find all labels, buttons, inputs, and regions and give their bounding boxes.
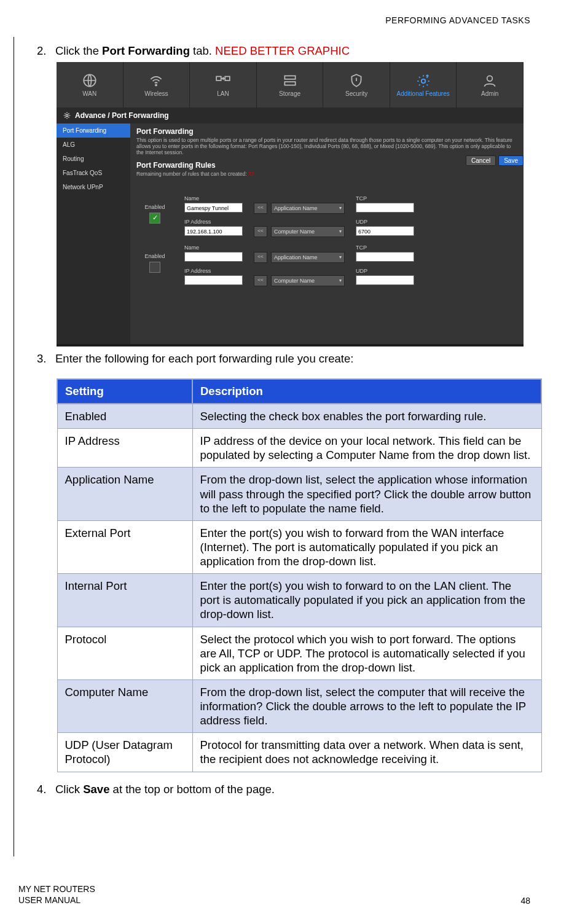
sidebar-item-routing[interactable]: Routing: [57, 152, 130, 166]
tcp-label: TCP: [356, 195, 414, 202]
sidebar-item-qos[interactable]: FasTrack QoS: [57, 166, 130, 180]
step-2: 2. Click the Port Forwarding tab. NEED B…: [37, 44, 530, 58]
gear-plus-icon: [415, 72, 431, 88]
panel-description: This option is used to open multiple por…: [136, 137, 517, 156]
name-label: Name: [184, 195, 243, 202]
udp-input[interactable]: 6700: [356, 226, 414, 236]
step-text: Click the Port Forwarding tab. NEED BETT…: [55, 44, 530, 58]
svg-point-7: [487, 76, 493, 81]
application-name-dropdown[interactable]: Application Name: [271, 203, 345, 214]
wifi-icon: [148, 72, 164, 88]
tab-label: Admin: [481, 90, 498, 97]
dd-label: Application Name: [274, 205, 318, 211]
apply-app-arrow-button[interactable]: <<: [254, 203, 267, 214]
globe-icon: [82, 72, 98, 88]
tab-wan[interactable]: WAN: [57, 62, 124, 108]
th-setting: Setting: [57, 379, 192, 404]
breadcrumb: Advance / Port Forwarding: [57, 108, 524, 123]
enabled-checkbox[interactable]: [149, 213, 160, 224]
step-text: Enter the following for each port forwar…: [55, 351, 530, 366]
gear-icon: [63, 111, 71, 120]
cell-desc: Selecting the check box enables the port…: [192, 404, 541, 429]
cell-desc: IP address of the device on your local n…: [192, 429, 541, 468]
computer-name-dropdown[interactable]: Computer Name: [271, 275, 345, 286]
cell-desc: Enter the port(s) you wish to forward fr…: [192, 520, 541, 573]
table-row: Internal PortEnter the port(s) you wish …: [57, 574, 541, 627]
tab-label: LAN: [217, 90, 229, 97]
apply-computer-arrow-button[interactable]: <<: [254, 226, 267, 237]
cell-desc: From the drop-down list, select the appl…: [192, 468, 541, 520]
enabled-label: Enabled: [144, 204, 165, 210]
tcp-input[interactable]: [356, 203, 414, 213]
save-button[interactable]: Save: [498, 155, 524, 166]
ip-input[interactable]: [184, 275, 243, 285]
cell-setting: Application Name: [57, 468, 192, 520]
th-description: Description: [192, 379, 541, 404]
apply-app-arrow-button[interactable]: <<: [254, 252, 267, 263]
tab-label: Wireless: [144, 90, 168, 97]
svg-rect-4: [284, 76, 295, 79]
cell-setting: Computer Name: [57, 679, 192, 732]
tcp-input[interactable]: [356, 252, 414, 262]
svg-point-8: [66, 114, 68, 117]
cell-setting: Protocol: [57, 627, 192, 679]
table-row: External PortEnter the port(s) you wish …: [57, 520, 541, 573]
table-row: UDP (User Datagram Protocol)Protocol for…: [57, 733, 541, 772]
ss-main-panel: Port Forwarding This option is used to o…: [130, 123, 524, 344]
tab-lan[interactable]: LAN: [190, 62, 257, 108]
text: tab.: [190, 44, 215, 57]
tab-label: WAN: [82, 90, 96, 97]
table-row: EnabledSelecting the check box enables t…: [57, 404, 541, 429]
name-label: Name: [184, 245, 243, 251]
tab-admin[interactable]: Admin: [457, 62, 524, 108]
svg-rect-3: [225, 77, 230, 81]
dd-label: Computer Name: [274, 278, 315, 284]
header-section-title: PERFORMING ADVANCED TASKS: [18, 15, 530, 25]
udp-label: UDP: [356, 219, 414, 225]
ss-sidebar: Port Forwarding ALG Routing FasTrack QoS…: [57, 123, 130, 344]
remaining-rules: Remaining number of rules that can be cr…: [136, 171, 517, 177]
name-input[interactable]: Gamespy Tunnel: [184, 203, 243, 213]
svg-rect-5: [284, 82, 295, 85]
router-tabs: WAN Wireless LAN Storage Security Additi…: [57, 62, 524, 108]
lan-icon: [215, 72, 231, 88]
sidebar-item-upnp[interactable]: Network UPnP: [57, 180, 130, 194]
panel-title: Port Forwarding: [136, 127, 517, 136]
cancel-button[interactable]: Cancel: [466, 155, 496, 166]
remaining-count: 32: [248, 171, 254, 177]
application-name-dropdown[interactable]: Application Name: [271, 252, 345, 263]
tab-label: Security: [345, 90, 367, 97]
rule-row-2: Enabled Name IP Address << Application: [136, 245, 517, 286]
router-ui-screenshot: WAN Wireless LAN Storage Security Additi…: [57, 62, 524, 346]
sidebar-item-port-forwarding[interactable]: Port Forwarding: [57, 123, 130, 138]
cell-setting: External Port: [57, 520, 192, 573]
breadcrumb-text: Advance / Port Forwarding: [75, 111, 169, 120]
svg-point-6: [421, 79, 425, 84]
computer-name-dropdown[interactable]: Computer Name: [271, 226, 345, 237]
udp-input[interactable]: [356, 275, 414, 285]
storage-icon: [282, 72, 298, 88]
tab-wireless[interactable]: Wireless: [124, 62, 190, 108]
name-input[interactable]: [184, 252, 243, 262]
text: Click the: [55, 44, 102, 57]
text-red: NEED BETTER GRAPHIC: [215, 44, 350, 57]
enabled-label: Enabled: [144, 253, 165, 259]
enabled-checkbox[interactable]: [149, 262, 160, 273]
tab-label: Storage: [279, 90, 300, 97]
dd-label: Application Name: [274, 254, 318, 260]
cell-desc: Select the protocol which you wish to po…: [192, 627, 541, 679]
udp-label: UDP: [356, 268, 414, 274]
tab-security[interactable]: Security: [323, 62, 390, 108]
shield-icon: [348, 72, 364, 88]
cell-desc: Enter the port(s) you wish to forward to…: [192, 574, 541, 627]
sidebar-item-alg[interactable]: ALG: [57, 138, 130, 152]
vertical-rule: [14, 37, 14, 856]
ip-input[interactable]: 192.168.1.100: [184, 226, 243, 236]
apply-computer-arrow-button[interactable]: <<: [254, 275, 267, 286]
tab-additional-features[interactable]: Additional Features: [390, 62, 457, 108]
page-number: 48: [520, 896, 530, 906]
tab-storage[interactable]: Storage: [257, 62, 324, 108]
tcp-label: TCP: [356, 245, 414, 251]
text: Click: [55, 783, 83, 796]
page-footer: MY NET ROUTERS USER MANUAL 48: [18, 883, 530, 906]
